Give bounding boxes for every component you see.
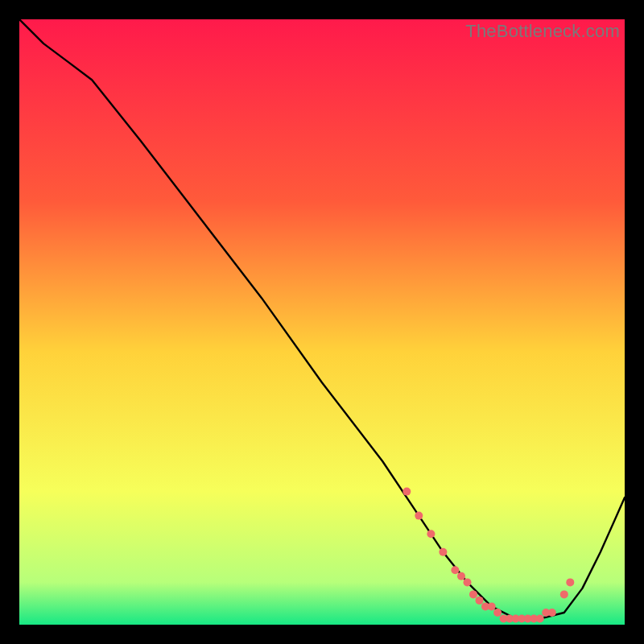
highlight-dot [536,615,544,623]
chart-background [19,19,625,625]
highlight-dot [548,609,556,617]
watermark-text: TheBottleneck.com [465,21,620,42]
highlight-dot [469,590,477,598]
highlight-dot [464,578,472,586]
highlight-dot [451,566,459,574]
highlight-dot [560,590,568,598]
highlight-dot [493,609,502,617]
highlight-dot [566,578,574,586]
chart-frame: TheBottleneck.com [19,19,625,625]
highlight-dot [439,548,447,556]
highlight-dot [415,512,423,520]
highlight-dot [476,597,484,605]
highlight-dot [457,572,465,580]
highlight-dot [402,488,411,496]
chart-canvas [19,19,625,625]
highlight-dot [427,530,435,538]
highlight-dot [488,602,496,610]
